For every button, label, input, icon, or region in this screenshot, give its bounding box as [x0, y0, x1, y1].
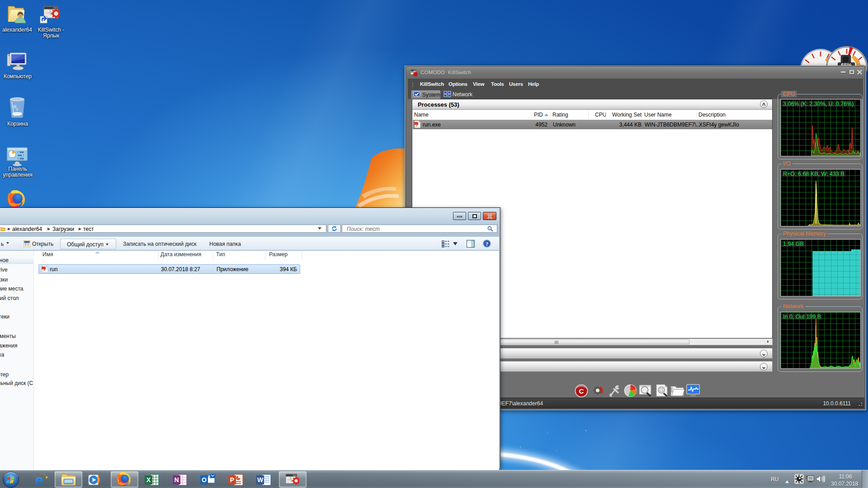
svg-text:P: P	[230, 476, 234, 483]
svg-text:N: N	[174, 476, 179, 483]
svg-text:e: e	[35, 473, 44, 487]
svg-text:X: X	[146, 476, 151, 483]
svg-text:PID: PID	[411, 71, 414, 73]
svg-text:O: O	[202, 476, 207, 483]
svg-text:C: C	[579, 387, 584, 395]
svg-text:?: ?	[486, 241, 488, 247]
svg-text:W: W	[257, 476, 264, 483]
